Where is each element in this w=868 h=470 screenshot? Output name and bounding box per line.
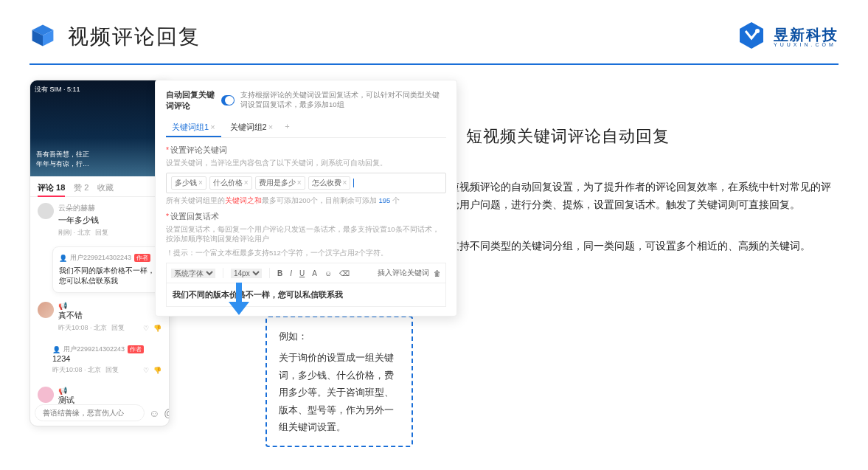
delete-icon[interactable]: 🗑 xyxy=(434,269,441,277)
bullet-text: 支持不同类型的关键词分组，同一类问题，可设置多个相近的、高频的关键词。 xyxy=(449,238,810,255)
close-icon[interactable]: × xyxy=(268,122,273,131)
example-body: 关于询价的设置成一组关键词，多少钱、什么价格，费用多少等。关于咨询班型、版本、型… xyxy=(279,349,400,435)
auto-reply-switch-label: 自动回复关键词评论 xyxy=(166,89,215,111)
svg-point-4 xyxy=(755,29,760,33)
emoji-icon[interactable]: ☺ xyxy=(149,407,159,419)
tab-comments[interactable]: 评论 18 xyxy=(38,182,65,193)
svg-marker-6 xyxy=(229,302,249,315)
reply-link[interactable]: 回复 xyxy=(95,228,108,238)
clear-icon[interactable]: ⌫ xyxy=(339,269,350,277)
keyword-tag: 什么价格× xyxy=(209,176,252,190)
example-title: 例如： xyxy=(279,328,400,345)
remove-icon[interactable]: × xyxy=(297,179,302,187)
keyword-tag: 怎么收费× xyxy=(308,176,351,190)
svg-marker-3 xyxy=(740,22,763,49)
comment-input[interactable] xyxy=(35,404,145,421)
remove-icon[interactable]: × xyxy=(244,179,249,187)
author-badge: 作者 xyxy=(134,254,150,262)
avatar-icon: 👤 xyxy=(59,255,67,262)
comment-text: 一年多少钱 xyxy=(58,215,162,226)
size-select[interactable]: 14px xyxy=(231,269,262,278)
broadcast-icon: 📢 xyxy=(58,302,162,310)
cube-icon xyxy=(29,22,56,52)
brand-name-en: YUUXIN.COM xyxy=(774,42,839,47)
avatar-icon: 👤 xyxy=(52,346,60,353)
avatar xyxy=(38,302,54,318)
broadcast-icon: 📢 xyxy=(58,387,162,395)
phone-status-bar: 没有 SIM · 5:11 xyxy=(35,85,164,94)
tab-likes[interactable]: 赞 2 xyxy=(74,182,88,193)
italic-icon[interactable]: I xyxy=(290,269,292,277)
remove-icon[interactable]: × xyxy=(343,179,347,187)
bold-icon[interactable]: B xyxy=(277,269,282,277)
page-title: 视频评论回复 xyxy=(68,23,201,51)
close-icon[interactable]: × xyxy=(210,122,215,131)
remove-icon[interactable]: × xyxy=(198,179,203,187)
reply-link[interactable]: 回复 xyxy=(105,365,119,375)
brand-logo-block: 昱新科技 YUUXIN.COM xyxy=(737,21,839,53)
brand-logo-icon xyxy=(737,21,766,53)
insert-keyword-button[interactable]: 插入评论关键词 xyxy=(378,268,429,278)
dislike-icon[interactable]: 👎 xyxy=(153,367,162,374)
author-badge: 作者 xyxy=(128,345,144,353)
avatar xyxy=(38,203,54,219)
underline-icon[interactable]: U xyxy=(299,269,305,277)
heart-icon[interactable]: ♡ xyxy=(143,325,149,332)
at-icon[interactable]: @ xyxy=(164,407,170,419)
add-tab-button[interactable]: + xyxy=(282,119,292,137)
reply-link[interactable]: 回复 xyxy=(111,323,125,333)
dislike-icon[interactable]: 👎 xyxy=(153,325,162,332)
settings-panel: 自动回复关键词评论 支持根据评论的关键词设置回复话术，可以针对不同类型关键词设置… xyxy=(155,80,457,317)
tab-keyword-group-1[interactable]: 关键词组1× xyxy=(166,119,221,137)
editor-toolbar: 系统字体 14px B I U A ☺ ⌫ 插入评论关键词 🗑 xyxy=(166,263,446,283)
color-icon[interactable]: A xyxy=(312,269,317,277)
auto-reply-switch[interactable] xyxy=(221,95,235,106)
keyword-tag: 多少钱× xyxy=(171,176,206,190)
heart-icon[interactable]: ♡ xyxy=(143,367,149,374)
comment-username: 云朵的赫赫 xyxy=(58,203,162,213)
avatar xyxy=(38,387,54,403)
reply-content-editor[interactable]: 我们不同的版本价格不一样，您可以私信联系我 xyxy=(166,283,446,307)
tab-keyword-group-2[interactable]: 关键词组2× xyxy=(224,119,280,137)
svg-rect-5 xyxy=(236,283,242,303)
brand-name-cn: 昱新科技 xyxy=(774,27,839,42)
author-reply-bubble: 👤 用户2299214302243 作者 我们不同的版本价格不一样，您可以私信联… xyxy=(52,246,162,293)
keyword-tag: 费用是多少× xyxy=(255,176,305,190)
emoji-icon[interactable]: ☺ xyxy=(324,269,332,277)
tab-favs[interactable]: 收藏 xyxy=(97,182,114,193)
switch-hint: 支持根据评论的关键词设置回复话术，可以针对不同类型关键词设置回复话术，最多添加1… xyxy=(240,91,446,110)
font-select[interactable]: 系统字体 xyxy=(171,269,215,278)
phone-mockup: 没有 SIM · 5:11 吾有吾善慧，往正年年与有谅，行… 评论 18 赞 2… xyxy=(29,80,170,426)
keyword-input[interactable]: 多少钱× 什么价格× 费用是多少× 怎么收费× xyxy=(166,173,446,193)
bullet-text: 短视频评论的自动回复设置，为了提升作者的评论回复效率，在系统中针对常见的评论用户… xyxy=(449,179,839,214)
arrow-down-icon xyxy=(229,283,249,318)
section-title: 短视频关键词评论自动回复 xyxy=(466,125,670,148)
example-callout: 例如： 关于询价的设置成一组关键词，多少钱、什么价格，费用多少等。关于咨询班型、… xyxy=(265,316,413,447)
keyword-count-hint: 所有关键词组里的关键词之和最多可添加200个，目前剩余可添加 195 个 xyxy=(166,196,446,206)
